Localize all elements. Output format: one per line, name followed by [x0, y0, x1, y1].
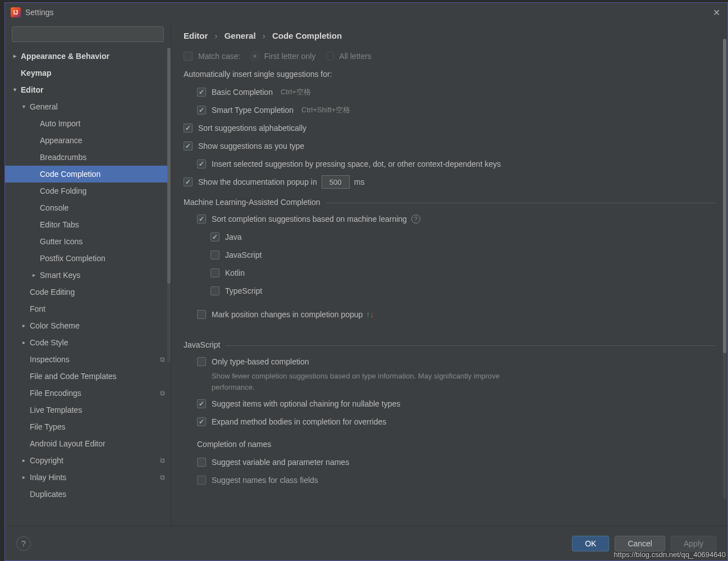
- kotlin-checkbox[interactable]: [210, 268, 219, 277]
- first-letter-radio[interactable]: [250, 52, 259, 61]
- tree-item-label: Keymap: [21, 65, 51, 81]
- smart-completion-checkbox[interactable]: [197, 106, 206, 115]
- ml-sort-checkbox[interactable]: [197, 215, 206, 224]
- chevron-right-icon: ›: [215, 31, 218, 40]
- main-scrollbar-thumb[interactable]: [723, 39, 726, 353]
- all-letters-radio[interactable]: [326, 52, 335, 61]
- close-icon[interactable]: ✕: [711, 7, 722, 18]
- tree-item-editor-tabs[interactable]: Editor Tabs: [5, 216, 171, 233]
- tree-item-editor[interactable]: ▾Editor: [5, 81, 171, 98]
- only-type-checkbox[interactable]: [197, 357, 206, 366]
- insert-key-checkbox[interactable]: [197, 159, 206, 168]
- tree-item-label: Code Style: [30, 334, 68, 351]
- tree-item-inspections[interactable]: Inspections⧉: [5, 351, 171, 368]
- tree-item-appearance[interactable]: Appearance: [5, 132, 171, 149]
- tree-item-copyright[interactable]: ▸Copyright⧉: [5, 452, 171, 469]
- tree-item-appearance-behavior[interactable]: ▸Appearance & Behavior: [5, 48, 171, 65]
- tree-item-breadcrumbs[interactable]: Breadcrumbs: [5, 149, 171, 166]
- match-case-label: Match case:: [198, 52, 240, 61]
- javascript-label: JavaScript: [225, 250, 262, 259]
- search-input[interactable]: [12, 26, 164, 42]
- tree-item-console[interactable]: Console: [5, 199, 171, 216]
- tree-item-live-templates[interactable]: Live Templates: [5, 402, 171, 418]
- match-case-checkbox[interactable]: [184, 52, 193, 61]
- tree-item-file-and-code-templates[interactable]: File and Code Templates: [5, 368, 171, 385]
- tree-item-label: Inspections: [30, 351, 70, 368]
- cancel-button[interactable]: Cancel: [615, 536, 665, 551]
- breadcrumb-editor[interactable]: Editor: [184, 31, 208, 40]
- main-panel: Editor › General › Code Completion Match…: [171, 22, 727, 526]
- tree-item-keymap[interactable]: Keymap: [5, 65, 171, 81]
- tree-item-label: Code Editing: [30, 284, 75, 300]
- arrow-up-icon: ↑: [366, 310, 370, 319]
- doc-popup-checkbox[interactable]: [184, 177, 193, 186]
- basic-completion-label: Basic Completion: [212, 88, 273, 97]
- chevron-icon: ▸: [30, 267, 38, 284]
- settings-tree: ▸Appearance & BehaviorKeymap▾Editor▾Gene…: [5, 48, 171, 526]
- show-type-checkbox[interactable]: [184, 142, 193, 150]
- tree-item-android-layout-editor[interactable]: Android Layout Editor: [5, 435, 171, 452]
- sort-alpha-checkbox[interactable]: [184, 124, 193, 133]
- tree-item-label: Appearance: [40, 132, 83, 149]
- tree-item-auto-import[interactable]: Auto Import: [5, 115, 171, 132]
- tree-item-label: File and Code Templates: [30, 368, 117, 385]
- ml-section-header: Machine Learning-Assisted Completion: [184, 198, 320, 207]
- titlebar: IJ Settings ✕: [5, 3, 727, 22]
- tree-item-gutter-icons[interactable]: Gutter Icons: [5, 233, 171, 250]
- js-section-header: JavaScript: [184, 340, 220, 349]
- only-type-label: Only type-based completion: [212, 357, 309, 366]
- tree-item-color-scheme[interactable]: ▸Color Scheme: [5, 317, 171, 334]
- tree-item-label: Duplicates: [30, 486, 66, 503]
- tree-item-label: Inlay Hints: [30, 469, 66, 486]
- tree-item-general[interactable]: ▾General: [5, 98, 171, 115]
- expand-method-checkbox[interactable]: [197, 417, 206, 426]
- tree-item-duplicates[interactable]: Duplicates: [5, 486, 171, 503]
- suggest-chain-checkbox[interactable]: [197, 399, 206, 408]
- tree-item-label: Code Folding: [40, 183, 86, 199]
- help-icon[interactable]: ?: [411, 215, 420, 224]
- java-checkbox[interactable]: [210, 232, 219, 241]
- expand-method-label: Expand method bodies in completion for o…: [212, 417, 386, 426]
- basic-completion-checkbox[interactable]: [197, 88, 206, 97]
- tree-item-label: Auto Import: [40, 115, 80, 132]
- tree-item-inlay-hints[interactable]: ▸Inlay Hints⧉: [5, 469, 171, 486]
- breadcrumb-general[interactable]: General: [225, 31, 256, 40]
- tree-item-label: Editor Tabs: [40, 216, 79, 233]
- suggest-class-checkbox[interactable]: [197, 476, 206, 485]
- tree-item-postfix-completion[interactable]: Postfix Completion: [5, 250, 171, 267]
- divider: [226, 345, 715, 346]
- tree-item-code-folding[interactable]: Code Folding: [5, 183, 171, 199]
- ok-button[interactable]: OK: [572, 536, 609, 551]
- kotlin-label: Kotlin: [225, 268, 245, 277]
- only-type-subtext: Show fewer completion suggestions based …: [197, 371, 500, 393]
- mark-pos-checkbox[interactable]: [197, 310, 206, 319]
- breadcrumb-current: Code Completion: [272, 31, 342, 40]
- tree-item-label: Color Scheme: [30, 317, 80, 334]
- typescript-checkbox[interactable]: [210, 286, 219, 295]
- tree-item-label: Appearance & Behavior: [21, 48, 109, 65]
- tree-item-label: Android Layout Editor: [30, 435, 106, 452]
- tree-item-file-types[interactable]: File Types: [5, 418, 171, 435]
- show-type-label: Show suggestions as you type: [198, 142, 304, 150]
- scope-icon: ⧉: [160, 385, 165, 402]
- java-label: Java: [225, 232, 242, 241]
- tree-item-code-completion[interactable]: Code Completion: [5, 166, 171, 183]
- suggest-var-checkbox[interactable]: [197, 458, 206, 467]
- tree-item-file-encodings[interactable]: File Encodings⧉: [5, 385, 171, 402]
- first-letter-label: First letter only: [264, 52, 315, 61]
- smart-completion-shortcut: Ctrl+Shift+空格: [301, 105, 350, 115]
- apply-button[interactable]: Apply: [671, 536, 716, 551]
- tree-item-font[interactable]: Font: [5, 300, 171, 317]
- help-button[interactable]: ?: [16, 536, 31, 551]
- tree-item-label: Breadcrumbs: [40, 149, 86, 166]
- tree-item-code-style[interactable]: ▸Code Style: [5, 334, 171, 351]
- tree-item-smart-keys[interactable]: ▸Smart Keys: [5, 267, 171, 284]
- chevron-icon: ▸: [20, 317, 28, 334]
- doc-popup-input[interactable]: [322, 175, 350, 189]
- typescript-label: TypeScript: [225, 286, 262, 295]
- tree-item-code-editing[interactable]: Code Editing: [5, 284, 171, 300]
- tree-item-label: File Encodings: [30, 385, 81, 402]
- tree-scrollbar-thumb[interactable]: [167, 48, 171, 284]
- suggest-class-label: Suggest names for class fields: [212, 476, 318, 485]
- javascript-checkbox[interactable]: [210, 250, 219, 259]
